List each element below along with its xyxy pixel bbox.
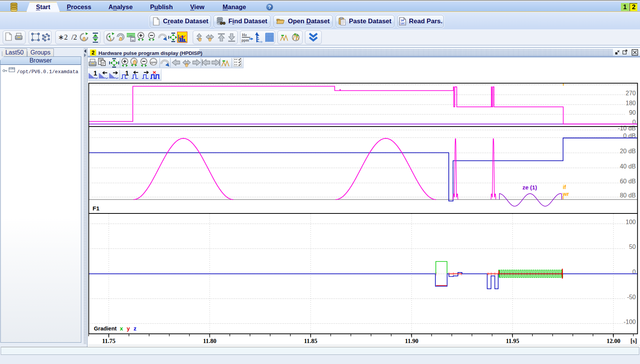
svg-text:13C: 13C <box>400 22 405 25</box>
svg-text:80 dB: 80 dB <box>620 192 636 199</box>
svg-text:1: 1 <box>125 71 129 77</box>
svg-text:0: 0 <box>632 119 636 125</box>
svg-text:ppm: ppm <box>150 60 156 64</box>
svg-text:11.75: 11.75 <box>102 338 115 344</box>
svg-text:1H: 1H <box>401 19 404 22</box>
svg-text:270: 270 <box>625 90 636 96</box>
svg-text:0: 0 <box>632 269 636 275</box>
svg-text:20 dB: 20 dB <box>620 148 636 154</box>
svg-text:11.95: 11.95 <box>506 338 519 344</box>
svg-text:60 dB: 60 dB <box>620 178 636 184</box>
svg-text:ppm: ppm <box>242 38 249 42</box>
svg-text:x: x <box>120 325 123 332</box>
svg-text:wr: wr <box>563 191 569 197</box>
svg-text:11.85: 11.85 <box>304 338 317 344</box>
svg-text:ze (1): ze (1) <box>522 184 537 191</box>
svg-text:11.90: 11.90 <box>405 338 418 344</box>
svg-text:90: 90 <box>629 109 636 116</box>
svg-text:[s]: [s] <box>630 338 637 344</box>
svg-text:-10 dB: -10 dB <box>618 125 636 131</box>
svg-text:12.00: 12.00 <box>606 338 620 344</box>
svg-text:-100: -100 <box>624 319 636 325</box>
svg-text:y: y <box>127 325 130 332</box>
svg-text:Hz: Hz <box>242 32 247 37</box>
svg-text:-50: -50 <box>627 294 636 300</box>
svg-text:1: 1 <box>94 71 97 77</box>
svg-text:180: 180 <box>625 100 636 106</box>
svg-text:50: 50 <box>629 244 636 250</box>
svg-text:if: if <box>563 184 566 190</box>
svg-text:Gradient: Gradient <box>94 326 117 332</box>
svg-text:F1: F1 <box>93 205 100 212</box>
svg-text:40 dB: 40 dB <box>620 163 636 170</box>
svg-text:z: z <box>134 325 137 332</box>
svg-text:11.80: 11.80 <box>203 338 216 344</box>
svg-text:100: 100 <box>625 219 636 225</box>
